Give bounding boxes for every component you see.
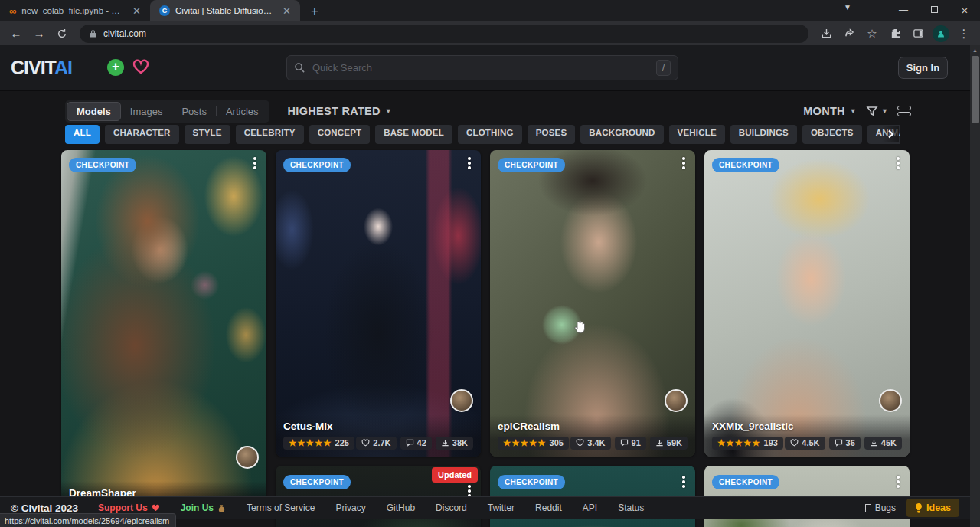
footer-link-support-us[interactable]: Support Us [98, 502, 160, 513]
browser-toolbar: ← → civitai.com ☆ ⋮ [0, 21, 980, 45]
filter-chip-base-model[interactable]: BASE MODEL [375, 125, 452, 144]
filter-chip-objects[interactable]: OBJECTS [802, 125, 862, 144]
civitai-logo[interactable]: CIVITAI [11, 57, 72, 79]
bug-glyph-icon [865, 504, 871, 512]
creator-avatar[interactable] [665, 389, 688, 412]
colab-favicon-icon: ∞ [9, 5, 16, 17]
back-button[interactable]: ← [6, 24, 26, 44]
filters-scroll-right-button[interactable] [882, 126, 899, 142]
comment-icon [620, 439, 629, 447]
period-dropdown[interactable]: MONTH▼ [803, 105, 857, 117]
footer-link-github[interactable]: GitHub [387, 502, 415, 513]
footer-link-api[interactable]: API [583, 502, 597, 513]
filter-chip-clothing[interactable]: CLOTHING [458, 125, 522, 144]
model-card-cetus-mix[interactable]: CHECKPOINT Cetus-Mix ★★★★★225 2.7K 42 38… [276, 150, 481, 457]
creator-avatar[interactable] [879, 389, 902, 412]
tab-colab[interactable]: ∞ new_colab_file.ipynb - Colaborat ✕ [0, 0, 150, 21]
scrollbar-thumb[interactable] [972, 56, 979, 123]
filter-chip-character[interactable]: CHARACTER [105, 125, 179, 144]
download-page-icon[interactable] [816, 24, 836, 44]
model-type-badge: CHECKPOINT [283, 158, 351, 172]
share-icon[interactable] [839, 24, 859, 44]
sort-dropdown[interactable]: HIGHEST RATED▼ [288, 105, 392, 117]
model-card-dreamshaper[interactable]: CHECKPOINT DreamShaper [61, 150, 266, 506]
address-bar[interactable]: civitai.com [80, 25, 808, 43]
footer-link-terms[interactable]: Terms of Service [247, 502, 315, 513]
card-menu-kebab-icon[interactable] [248, 155, 262, 172]
card-menu-kebab-icon[interactable] [891, 473, 905, 490]
bookmark-star-icon[interactable]: ☆ [862, 24, 882, 44]
filter-chip-celebrity[interactable]: CELEBRITY [236, 125, 304, 144]
star-icons: ★★★★★ [503, 439, 547, 448]
card-menu-kebab-icon[interactable] [891, 155, 905, 172]
filter-chip-concept[interactable]: CONCEPT [309, 125, 371, 144]
tab-models[interactable]: Models [67, 102, 121, 121]
minimize-button[interactable]: — [888, 5, 919, 15]
card-menu-kebab-icon[interactable] [677, 473, 691, 490]
heart-icon [576, 439, 584, 447]
bugs-button[interactable]: Bugs [865, 502, 896, 513]
chevron-down-icon: ▼ [385, 107, 392, 115]
updated-badge: Updated [432, 467, 478, 483]
comment-icon [406, 439, 414, 447]
forward-button[interactable]: → [29, 24, 49, 44]
funnel-icon [866, 105, 878, 117]
content-type-tabs: Models Images Posts Articles [65, 100, 270, 123]
chevron-down-icon: ▼ [881, 107, 888, 115]
tab-articles[interactable]: Articles [217, 103, 268, 120]
tab-posts[interactable]: Posts [172, 103, 216, 120]
card-menu-kebab-icon[interactable] [462, 155, 476, 172]
support-heart-icon[interactable] [132, 58, 150, 75]
model-card-epicrealism[interactable]: CHECKPOINT epiCRealism ★★★★★305 3.4K 91 … [490, 150, 695, 457]
filter-dropdown[interactable]: ▼ [866, 105, 888, 117]
tab-close-icon[interactable]: ✕ [131, 5, 142, 17]
side-panel-icon[interactable] [908, 24, 928, 44]
search-input[interactable]: Quick Search / [286, 55, 678, 80]
extensions-puzzle-icon[interactable] [885, 24, 905, 44]
browser-menu-kebab-icon[interactable]: ⋮ [954, 24, 974, 44]
footer-link-discord[interactable]: Discord [436, 502, 467, 513]
filter-chip-background[interactable]: BACKGROUND [580, 125, 663, 144]
creator-avatar[interactable] [450, 389, 473, 412]
copyright-text: © Civitai 2023 [11, 502, 78, 514]
restore-button[interactable] [919, 5, 949, 15]
tab-search-chevron-icon[interactable]: ▼ [844, 3, 851, 11]
category-filter-bar: ALL CHARACTER STYLE CELEBRITY CONCEPT BA… [65, 125, 900, 144]
footer-link-reddit[interactable]: Reddit [535, 502, 562, 513]
ideas-button[interactable]: Ideas [906, 499, 959, 517]
create-plus-button[interactable]: + [107, 59, 124, 76]
model-card-grid: CHECKPOINT DreamShaper CHECKPOINT Cetus-… [61, 150, 910, 527]
filter-chip-poses[interactable]: POSES [528, 125, 576, 144]
footer-link-twitter[interactable]: Twitter [488, 502, 514, 513]
sign-in-button[interactable]: Sign In [898, 57, 948, 79]
footer-link-join-us[interactable]: Join Us [181, 502, 226, 513]
browser-tab-strip: ∞ new_colab_file.ipynb - Colaborat ✕ C C… [0, 0, 980, 21]
search-placeholder: Quick Search [312, 62, 649, 74]
chevron-right-icon [886, 129, 895, 139]
lightbulb-icon [915, 503, 923, 513]
creator-avatar[interactable] [236, 446, 259, 469]
rating-pill: ★★★★★193 [712, 437, 783, 450]
close-window-button[interactable]: × [949, 4, 980, 17]
model-title: Cetus-Mix [283, 421, 473, 432]
filter-chip-vehicle[interactable]: VEHICLE [669, 125, 725, 144]
filter-chip-style[interactable]: STYLE [185, 125, 230, 144]
scroll-up-arrow-icon[interactable]: ▲ [970, 45, 980, 55]
footer-link-status[interactable]: Status [618, 502, 644, 513]
tab-images[interactable]: Images [121, 103, 172, 120]
model-card-xxmix-9realistic[interactable]: CHECKPOINT XXMix_9realistic ★★★★★193 4.5… [704, 150, 910, 457]
filter-chip-all[interactable]: ALL [65, 125, 100, 144]
layout-toggle-button[interactable] [897, 106, 911, 116]
browser-profile-avatar[interactable] [931, 24, 951, 44]
tab-close-icon[interactable]: ✕ [281, 5, 292, 17]
model-type-badge: CHECKPOINT [712, 158, 779, 172]
reload-button[interactable] [52, 24, 72, 44]
footer-link-privacy[interactable]: Privacy [335, 502, 365, 513]
filter-chip-buildings[interactable]: BUILDINGS [730, 125, 797, 144]
likes-pill: 3.4K [570, 437, 610, 450]
card-menu-kebab-icon[interactable] [677, 155, 691, 172]
new-tab-button[interactable]: + [300, 4, 329, 21]
page-scrollbar[interactable]: ▲ [970, 45, 980, 527]
tab-civitai[interactable]: C Civitai | Stable Diffusion models, ✕ [150, 0, 300, 21]
search-shortcut-key: / [656, 60, 671, 76]
